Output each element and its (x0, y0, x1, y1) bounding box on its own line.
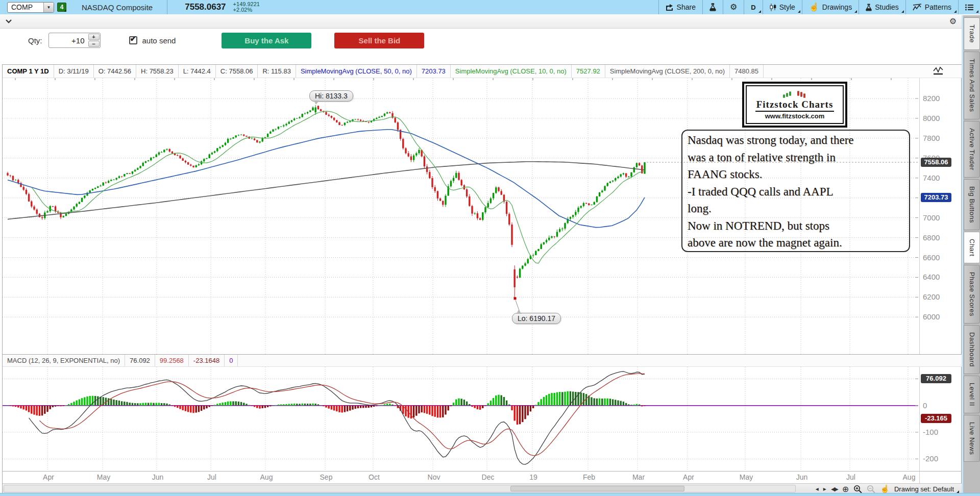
last-price: 7558.0637 (185, 2, 226, 12)
ohlc-close: C: 7558.06 (216, 65, 258, 78)
scrollbar-thumb[interactable] (510, 486, 684, 491)
macd-header: MACD (12, 26, 9, EXPONENTIAL, no) 76.092… (3, 354, 962, 367)
sidebar-tab-big-buttons[interactable]: Big Buttons (964, 179, 980, 230)
pattern-icon (913, 4, 922, 11)
macd-tick-label: -100 (923, 428, 953, 436)
time-tick-label: Oct (366, 473, 382, 481)
ohlc-open: O: 7442.56 (94, 65, 136, 78)
ohlc-range: R: 115.83 (258, 65, 296, 78)
toolbar-actions: Share ⚙ D Style ☝ Drawings Studies (658, 0, 980, 14)
share-button[interactable]: Share (659, 0, 702, 14)
chart-menu-button[interactable] (959, 0, 980, 14)
analyze-button[interactable] (703, 0, 723, 14)
auto-send-label: auto send (142, 36, 176, 45)
price-tick-label: 8000 (923, 114, 953, 122)
sma10-study-label[interactable]: SimpleMovingAvg (CLOSE, 10, 0, no) (451, 65, 572, 78)
trade-note-drawing[interactable]: Nasdaq was strong today, and there was a… (681, 130, 910, 252)
collapse-chevron-icon[interactable] (5, 19, 12, 23)
sma10-value: 7527.92 (572, 65, 605, 78)
time-tick-label: Jun (794, 473, 810, 481)
macd-plot[interactable] (3, 367, 918, 471)
macd-zero-value: 0 (225, 355, 238, 366)
pan-expand-icon[interactable]: ◀▶ (831, 486, 838, 492)
scroll-right-button[interactable]: ▸ (823, 485, 826, 492)
sma50-value: 7203.73 (417, 65, 451, 78)
scroll-left-button[interactable]: ◂ (816, 485, 819, 492)
time-tick-label: Dec (480, 473, 496, 481)
time-tick-label: May (96, 473, 111, 481)
price-tick-label: 6000 (923, 312, 953, 321)
sma50-study-label[interactable]: SimpleMovingAvg (CLOSE, 50, 0, no) (296, 65, 417, 78)
gear-icon: ⚙ (730, 3, 737, 11)
separator (167, 0, 167, 14)
sidebar-tab-chart[interactable]: Chart (964, 232, 980, 263)
time-tick-label: Aug (259, 473, 274, 481)
settings-button[interactable]: ⚙ (723, 0, 744, 14)
sidebar-tab-dashboard[interactable]: Dashboard (964, 325, 980, 374)
gadget-sidebar: Trade Times And Sales Active Trader Big … (962, 15, 980, 493)
logo-title: Fitzstock Charts (755, 99, 835, 112)
price-tick-label: 6600 (923, 253, 953, 262)
qty-increment-button[interactable]: + (88, 34, 100, 40)
time-scrollbar[interactable] (4, 485, 796, 492)
qty-value[interactable]: +10 (49, 33, 88, 47)
time-tick-label: Sep (318, 473, 334, 481)
flask-icon (709, 3, 716, 11)
macd-tick-label: -200 (923, 454, 953, 463)
time-tick-label: Apr (681, 473, 696, 481)
zoom-out-icon[interactable] (867, 485, 875, 493)
sma200-value: 7480.85 (730, 65, 764, 78)
macd-hist-badge: -23.165 (921, 414, 951, 423)
timeframe-button[interactable]: D (744, 0, 762, 14)
maximize-chart-icon[interactable] (933, 66, 944, 76)
symbol-value[interactable]: COMP (8, 3, 43, 11)
symbol-dropdown-icon[interactable]: ▼ (43, 3, 54, 12)
qty-decrement-button[interactable]: − (88, 41, 100, 47)
ohlc-date: D: 3/11/19 (54, 65, 94, 78)
price-tick-label: 7000 (923, 213, 953, 222)
sidebar-tab-active-trader[interactable]: Active Trader (964, 121, 980, 178)
macd-value-badge: 76.092 (921, 374, 951, 383)
sell-bid-button[interactable]: Sell the Bid (334, 33, 424, 48)
sidebar-tab-phase-scores[interactable]: Phase Scores (964, 265, 980, 324)
pane-gear-icon[interactable]: ⚙ (949, 16, 957, 26)
patterns-button[interactable]: Patterns (906, 0, 958, 14)
crosshair-icon[interactable]: ⊕ (842, 484, 849, 494)
ohlc-high: H: 7558.23 (136, 65, 179, 78)
sidebar-tab-trade[interactable]: Trade (964, 17, 980, 50)
fitzstock-logo: Fitzstock Charts www.fitzstock.com (742, 82, 847, 128)
auto-send-checkbox[interactable] (129, 36, 137, 44)
quantity-stepper[interactable]: +10 + − (48, 33, 101, 48)
chart-ohlc-header: COMP 1 Y 1D D: 3/11/19 O: 7442.56 H: 755… (3, 65, 962, 78)
chart-title: COMP 1 Y 1D (3, 65, 54, 78)
drawing-set-selector[interactable]: Drawing set: Default (894, 485, 959, 493)
window-bottom-border (0, 493, 980, 496)
time-tick-label: Mar (631, 473, 646, 481)
price-tick-label: 6400 (923, 272, 953, 281)
zoom-in-icon[interactable] (853, 485, 862, 493)
price-tick-label: 8200 (923, 94, 953, 103)
hand-pan-icon[interactable]: ☝ (880, 484, 890, 493)
sidebar-tab-live-news[interactable]: Live News (964, 415, 980, 462)
last-price-badge: 7558.06 (921, 158, 951, 167)
logo-candles-icon (782, 90, 807, 98)
list-menu-icon (965, 4, 973, 11)
studies-button[interactable]: Studies (859, 0, 905, 14)
time-axis: AprMayJunJulAugSepOctNovDec19FebMarAprMa… (3, 471, 962, 483)
order-entry-bar: Qty: +10 + − auto send Buy the Ask Sell … (0, 29, 980, 52)
price-axis-separator (919, 78, 920, 483)
symbol-description: NASDAQ Composite (82, 3, 153, 12)
drawings-button[interactable]: ☝ Drawings (802, 0, 859, 14)
macd-study-label[interactable]: MACD (12, 26, 9, EXPONENTIAL, no) (3, 355, 125, 366)
time-tick-label: Aug (901, 473, 917, 481)
style-button[interactable]: Style (763, 0, 802, 14)
chart-panel: COMP 1 Y 1D D: 3/11/19 O: 7442.56 H: 755… (2, 64, 962, 493)
watchlist-badge[interactable]: 4 (57, 3, 66, 12)
chart-toolbar: COMP ▼ 4 NASDAQ Composite 7558.0637 +149… (0, 0, 980, 14)
macd-diff-value: -23.1648 (189, 355, 225, 366)
sidebar-tab-level-ii[interactable]: Level II (964, 376, 980, 413)
sma200-study-label[interactable]: SimpleMovingAvg (CLOSE, 200, 0, no) (605, 65, 730, 78)
sidebar-tab-times-and-sales[interactable]: Times And Sales (964, 52, 980, 119)
symbol-input[interactable]: COMP ▼ (7, 2, 54, 13)
buy-ask-button[interactable]: Buy the Ask (222, 33, 311, 48)
